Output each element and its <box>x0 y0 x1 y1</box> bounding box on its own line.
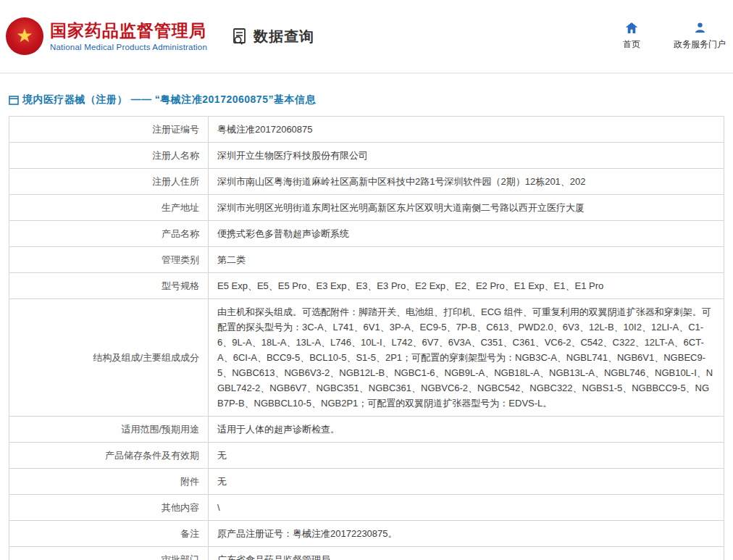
row-value: 粤械注准20172060875 <box>209 117 724 143</box>
row-value: \ <box>209 495 724 521</box>
table-row: 注册人住所 深圳市南山区粤海街道麻岭社区高新中区科技中2路1号深圳软件园（2期）… <box>9 169 724 195</box>
national-emblem-logo: ★ <box>6 17 43 55</box>
registration-info-table: 注册证编号 粤械注准20172060875 注册人名称 深圳开立生物医疗科技股份… <box>9 116 724 560</box>
nav-label-home: 首页 <box>623 38 640 51</box>
row-value: 无 <box>209 469 724 495</box>
row-value: 无 <box>209 443 724 469</box>
breadcrumb: 境内医疗器械（注册） —— “粤械注准20172060875”基本信息 <box>9 93 724 106</box>
site-header: ★ 国家药品监督管理局 National Medical Products Ad… <box>0 0 733 74</box>
table-row: 产品储存条件及有效期 无 <box>9 443 724 469</box>
table-row: 结构及组成/主要组成成分 由主机和探头组成。可选配附件：脚踏开关、电池组、打印机… <box>9 299 724 417</box>
row-label: 适用范围/预期用途 <box>9 417 209 443</box>
row-label: 生产地址 <box>9 195 209 221</box>
org-name-cn: 国家药品监督管理局 <box>50 21 207 40</box>
table-row: 型号规格 E5 Exp、E5、E5 Pro、E3 Exp、E3、E3 Pro、E… <box>9 273 724 299</box>
section-title: 数据查询 <box>254 27 314 46</box>
row-value: 适用于人体的超声诊断检查。 <box>209 417 724 443</box>
row-value: 深圳开立生物医疗科技股份有限公司 <box>209 143 724 169</box>
row-label: 注册人住所 <box>9 169 209 195</box>
nav-label-portal: 政务服务门户 <box>674 38 726 51</box>
home-icon <box>625 22 638 34</box>
document-search-icon <box>230 27 250 46</box>
table-row: 备注 原产品注册证号：粤械注准20172230875。 <box>9 521 724 547</box>
brand[interactable]: ★ 国家药品监督管理局 National Medical Products Ad… <box>6 17 207 55</box>
row-label: 注册证编号 <box>9 117 209 143</box>
row-value: E5 Exp、E5、E5 Pro、E3 Exp、E3、E3 Pro、E2 Exp… <box>209 273 724 299</box>
row-label: 其他内容 <box>9 495 209 521</box>
window-icon <box>9 96 22 105</box>
row-value: 广东省食品药品监督管理局 <box>209 547 724 560</box>
nav-item-home[interactable]: 首页 <box>623 22 640 51</box>
table-row: 产品名称 便携式彩色多普勒超声诊断系统 <box>9 221 724 247</box>
row-value: 原产品注册证号：粤械注准20172230875。 <box>209 521 724 547</box>
row-label: 型号规格 <box>9 273 209 299</box>
nav-item-portal[interactable]: 政务服务门户 <box>674 22 726 51</box>
table-row: 其他内容 \ <box>9 495 724 521</box>
row-value: 由主机和探头组成。可选配附件：脚踏开关、电池组、打印机、ECG 组件、可重复利用… <box>209 299 724 417</box>
brand-text: 国家药品监督管理局 National Medical Products Admi… <box>50 21 207 51</box>
row-label: 结构及组成/主要组成成分 <box>9 299 209 417</box>
row-value: 第二类 <box>209 247 724 273</box>
row-label: 备注 <box>9 521 209 547</box>
table-row: 附件 无 <box>9 469 724 495</box>
row-value: 深圳市光明区光明街道东周社区光明高新区东片区双明大道南侧二号路以西开立医疗大厦 <box>209 195 724 221</box>
data-query-entry[interactable]: 数据查询 <box>230 27 314 46</box>
row-label: 产品储存条件及有效期 <box>9 443 209 469</box>
star-icon: ★ <box>16 26 33 45</box>
table-row: 注册人名称 深圳开立生物医疗科技股份有限公司 <box>9 143 724 169</box>
header-nav: 首页 政务服务门户 <box>590 22 726 51</box>
row-label: 管理类别 <box>9 247 209 273</box>
row-value: 便携式彩色多普勒超声诊断系统 <box>209 221 724 247</box>
row-label: 产品名称 <box>9 221 209 247</box>
table-row: 审批部门 广东省食品药品监督管理局 <box>9 547 724 560</box>
row-label: 注册人名称 <box>9 143 209 169</box>
row-label: 审批部门 <box>9 547 209 560</box>
row-label: 附件 <box>9 469 209 495</box>
row-value: 深圳市南山区粤海街道麻岭社区高新中区科技中2路1号深圳软件园（2期）12栋201… <box>209 169 724 195</box>
person-icon <box>694 22 706 34</box>
breadcrumb-text: 境内医疗器械（注册） —— “粤械注准20172060875”基本信息 <box>22 93 316 106</box>
table-row: 管理类别 第二类 <box>9 247 724 273</box>
table-row: 生产地址 深圳市光明区光明街道东周社区光明高新区东片区双明大道南侧二号路以西开立… <box>9 195 724 221</box>
org-name-en: National Medical Products Administration <box>50 43 207 51</box>
table-row: 注册证编号 粤械注准20172060875 <box>9 117 724 143</box>
table-row: 适用范围/预期用途 适用于人体的超声诊断检查。 <box>9 417 724 443</box>
